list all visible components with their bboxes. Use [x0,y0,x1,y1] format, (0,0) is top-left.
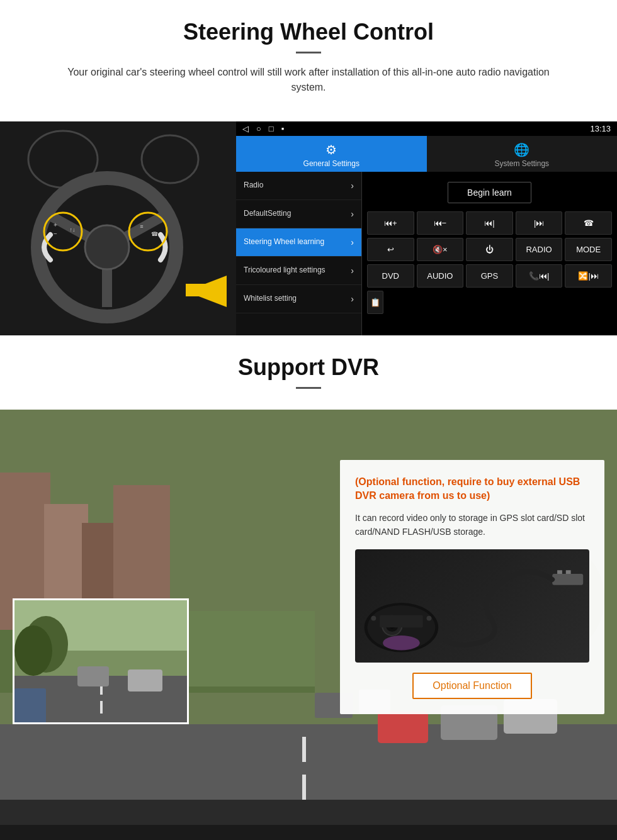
svg-text:+: + [54,221,57,228]
page-title: Steering Wheel Control [25,19,592,45]
back-call-button[interactable]: ↩ [367,238,414,261]
dvr-title: Support DVR [0,354,617,381]
svg-rect-43 [100,701,103,714]
back-button[interactable]: ◁ [242,124,249,133]
system-settings-label: System Settings [494,159,549,168]
menu-button[interactable]: ▪ [281,124,285,133]
phone-button[interactable]: ☎ [565,211,612,235]
general-settings-icon: ⚙ [240,142,423,157]
steering-wheel-image: + − ↑↓ ≡ ☎ [0,121,236,335]
shuffle-next-button[interactable]: 🔀|⏭ [565,264,612,288]
mode-button[interactable]: MODE [565,238,612,261]
chevron-right-icon: › [351,237,354,247]
svg-point-55 [383,636,420,650]
svg-rect-26 [302,775,306,800]
gps-button[interactable]: GPS [466,264,513,288]
title-divider [296,52,321,53]
settings-menu: Radio › DefaultSetting › Steering Wheel … [236,172,362,335]
call-prev-button[interactable]: 📞⏮| [516,264,563,288]
dvr-title-divider [296,387,321,389]
audio-button[interactable]: AUDIO [417,264,464,288]
menu-item-default-setting[interactable]: DefaultSetting › [236,200,361,228]
general-settings-label: General Settings [303,159,359,168]
statusbar-time: 13:13 [590,124,611,133]
steering-section: Steering Wheel Control Your original car… [0,0,617,121]
steering-wheel-svg: + − ↑↓ ≡ ☎ [0,121,236,335]
vol-up-button[interactable]: ⏮+ [367,211,414,235]
svg-text:↑↓: ↑↓ [70,227,76,233]
mute-button[interactable]: 🔇× [417,238,464,261]
dvr-footage-svg [14,600,189,724]
power-button[interactable]: ⏻ [466,238,513,261]
dvr-title-area: Support DVR [0,335,617,410]
dvr-camera-image [355,549,589,663]
radio-button[interactable]: RADIO [516,238,563,261]
svg-point-7 [85,225,129,269]
svg-rect-48 [557,570,562,574]
android-statusbar: ◁ ○ □ ▪ 13:13 [236,121,617,136]
menu-item-whitelist[interactable]: Whitelist setting › [236,285,361,313]
svg-rect-49 [566,570,571,574]
svg-point-56 [371,615,376,620]
dvd-button[interactable]: DVD [367,264,414,288]
svg-text:≡: ≡ [140,223,143,230]
control-row-3: DVD AUDIO GPS 📞⏮| 🔀|⏭ [367,264,612,288]
chevron-right-icon: › [351,266,354,276]
prev-button[interactable]: ⏮| [466,211,513,235]
chevron-right-icon: › [351,294,354,304]
android-ui-panel: ◁ ○ □ ▪ 13:13 ⚙ General Settings 🌐 Syste… [236,121,617,335]
optional-function-button[interactable]: Optional Function [412,673,531,699]
vol-down-button[interactable]: ⏮− [417,211,464,235]
svg-rect-28 [378,712,428,743]
steering-wheel-placeholder: + − ↑↓ ≡ ☎ [0,121,236,335]
next-button[interactable]: |⏭ [516,211,563,235]
dvr-info-box: (Optional function, require to buy exter… [340,460,604,714]
dvr-info-description: It can record video only to storage in G… [355,511,589,539]
dvr-bg-area: (Optional function, require to buy exter… [0,410,617,840]
svg-point-57 [427,615,432,620]
home-button[interactable]: ○ [256,124,261,133]
svg-rect-25 [302,737,306,762]
control-row-1: ⏮+ ⏮− ⏮| |⏭ ☎ [367,211,612,235]
dvr-inset-footage [13,598,189,724]
svg-text:☎: ☎ [151,231,158,237]
svg-rect-44 [128,669,162,692]
menu-item-radio[interactable]: Radio › [236,172,361,200]
control-row-4: 📋 [367,291,612,314]
section-subtitle: Your original car's steering wheel contr… [50,65,567,95]
extra-button[interactable]: 📋 [367,291,383,314]
recents-button[interactable]: □ [269,124,274,133]
svg-text:−: − [54,230,57,237]
chevron-right-icon: › [351,181,354,191]
dvr-optional-title: (Optional function, require to buy exter… [355,475,589,503]
svg-rect-45 [77,666,109,686]
control-panel: Begin learn ⏮+ ⏮− ⏮| |⏭ ☎ ↩ 🔇× ⏻ RADIO M… [362,172,617,335]
steering-panel: + − ↑↓ ≡ ☎ ◁ ○ □ ▪ 13:13 ⚙ [0,121,617,335]
begin-learn-button[interactable]: Begin learn [448,182,531,203]
svg-rect-58 [380,615,423,627]
android-content: Radio › DefaultSetting › Steering Wheel … [236,172,617,335]
statusbar-nav: ◁ ○ □ ▪ [242,124,284,133]
system-settings-icon: 🌐 [431,142,614,157]
dvr-section: Support DVR [0,335,617,840]
tab-general-settings[interactable]: ⚙ General Settings [236,136,427,172]
dvr-camera-svg [355,556,589,656]
svg-rect-46 [14,688,46,724]
control-row-2: ↩ 🔇× ⏻ RADIO MODE [367,238,612,261]
begin-learn-row: Begin learn [367,177,612,208]
svg-rect-16 [186,284,217,296]
menu-item-tricoloured[interactable]: Tricoloured light settings › [236,257,361,285]
svg-rect-36 [0,825,617,840]
svg-point-40 [14,625,52,676]
settings-tabs: ⚙ General Settings 🌐 System Settings [236,136,617,172]
chevron-right-icon: › [351,209,354,219]
svg-rect-47 [552,574,583,585]
menu-item-steering-wheel[interactable]: Steering Wheel learning › [236,228,361,257]
tab-system-settings[interactable]: 🌐 System Settings [427,136,618,172]
